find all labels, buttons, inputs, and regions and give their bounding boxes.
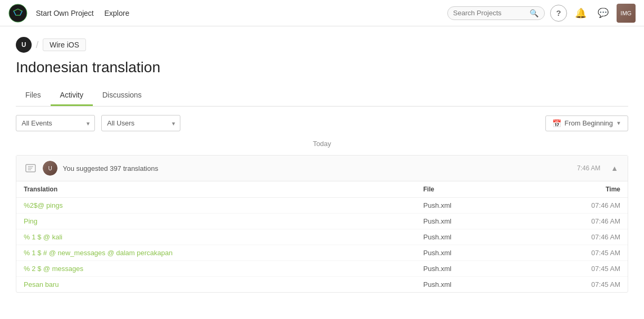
tab-discussions[interactable]: Discussions <box>93 85 151 106</box>
events-filter-select[interactable]: All Events <box>16 115 95 131</box>
breadcrumb-project-link[interactable]: Wire iOS <box>43 38 86 51</box>
nav-links: Start Own Project Explore <box>36 9 447 17</box>
date-filter-button[interactable]: 📅 From Beginning ▼ <box>545 115 628 131</box>
table-row: PingPush.xml07:46 AM <box>16 214 628 229</box>
file-cell: Push.xml <box>416 229 521 245</box>
tab-files[interactable]: Files <box>16 85 51 106</box>
filter-bar: All Events ▼ All Users ▼ 📅 From Beginnin… <box>0 107 644 140</box>
nav-right: 🔍 ? 🔔 💬 IMG <box>447 4 636 23</box>
collapse-button[interactable]: ▲ <box>609 164 620 172</box>
svg-point-0 <box>9 4 27 22</box>
avatar-button[interactable]: IMG <box>617 4 636 23</box>
search-box: 🔍 <box>447 6 545 20</box>
time-cell: 07:45 AM <box>521 261 628 277</box>
top-nav: Start Own Project Explore 🔍 ? 🔔 💬 IMG <box>0 0 644 26</box>
time-cell: 07:45 AM <box>521 277 628 293</box>
search-input[interactable] <box>453 9 530 17</box>
table-row: % 2 $ @ messagesPush.xml07:45 AM <box>16 261 628 277</box>
date-filter-label: From Beginning <box>564 119 613 127</box>
notifications-icon-button[interactable]: 🔔 <box>572 5 589 22</box>
translation-cell[interactable]: Pesan baru <box>16 277 416 293</box>
activity-area: Today U You suggested 397 translations 7… <box>0 140 644 293</box>
chat-icon-button[interactable]: 💬 <box>594 5 611 22</box>
nav-link-start-own-project[interactable]: Start Own Project <box>36 9 94 17</box>
time-cell: 07:46 AM <box>521 229 628 245</box>
translation-table: Translation File Time %2$@ pingsPush.xml… <box>16 181 628 292</box>
file-cell: Push.xml <box>416 261 521 277</box>
translation-cell[interactable]: %2$@ pings <box>16 198 416 214</box>
activity-type-icon <box>24 161 37 175</box>
translation-cell[interactable]: % 1 $ # @ new_messages @ dalam percakapa… <box>16 245 416 261</box>
nav-link-explore[interactable]: Explore <box>104 9 129 17</box>
activity-group: U You suggested 397 translations 7:46 AM… <box>16 155 628 293</box>
file-cell: Push.xml <box>416 198 521 214</box>
users-filter-wrapper: All Users ▼ <box>101 115 180 131</box>
calendar-icon: 📅 <box>552 119 561 128</box>
time-cell: 07:46 AM <box>521 198 628 214</box>
page-header: U / Wire iOS Indonesian translation <box>0 26 644 81</box>
activity-group-message: You suggested 397 translations <box>63 165 572 172</box>
date-filter-chevron-icon: ▼ <box>616 120 621 126</box>
breadcrumb: U / Wire iOS <box>16 37 628 53</box>
translation-cell[interactable]: Ping <box>16 214 416 229</box>
table-row: Pesan baruPush.xml07:45 AM <box>16 277 628 293</box>
breadcrumb-user-avatar[interactable]: U <box>16 37 32 53</box>
tab-activity[interactable]: Activity <box>51 85 93 106</box>
table-row: % 1 $ @ kaliPush.xml07:46 AM <box>16 229 628 245</box>
page-title: Indonesian translation <box>16 59 628 76</box>
users-filter-select[interactable]: All Users <box>101 115 180 131</box>
translation-cell[interactable]: % 1 $ @ kali <box>16 229 416 245</box>
activity-user-avatar: U <box>43 161 57 176</box>
table-row: % 1 $ # @ new_messages @ dalam percakapa… <box>16 245 628 261</box>
help-icon-button[interactable]: ? <box>550 5 567 22</box>
events-filter-wrapper: All Events ▼ <box>16 115 95 131</box>
file-cell: Push.xml <box>416 214 521 229</box>
file-cell: Push.xml <box>416 245 521 261</box>
translation-cell[interactable]: % 2 $ @ messages <box>16 261 416 277</box>
breadcrumb-separator: / <box>36 40 39 51</box>
col-header-file: File <box>416 181 521 198</box>
time-cell: 07:46 AM <box>521 214 628 229</box>
activity-group-header: U You suggested 397 translations 7:46 AM… <box>16 156 628 181</box>
logo[interactable] <box>8 4 27 23</box>
table-row: %2$@ pingsPush.xml07:46 AM <box>16 198 628 214</box>
activity-group-time: 7:46 AM <box>577 165 600 172</box>
col-header-translation: Translation <box>16 181 416 198</box>
search-icon: 🔍 <box>530 9 539 17</box>
file-cell: Push.xml <box>416 277 521 293</box>
col-header-time: Time <box>521 181 628 198</box>
date-label: Today <box>16 140 628 148</box>
tabs-container: Files Activity Discussions <box>16 85 628 107</box>
time-cell: 07:45 AM <box>521 245 628 261</box>
